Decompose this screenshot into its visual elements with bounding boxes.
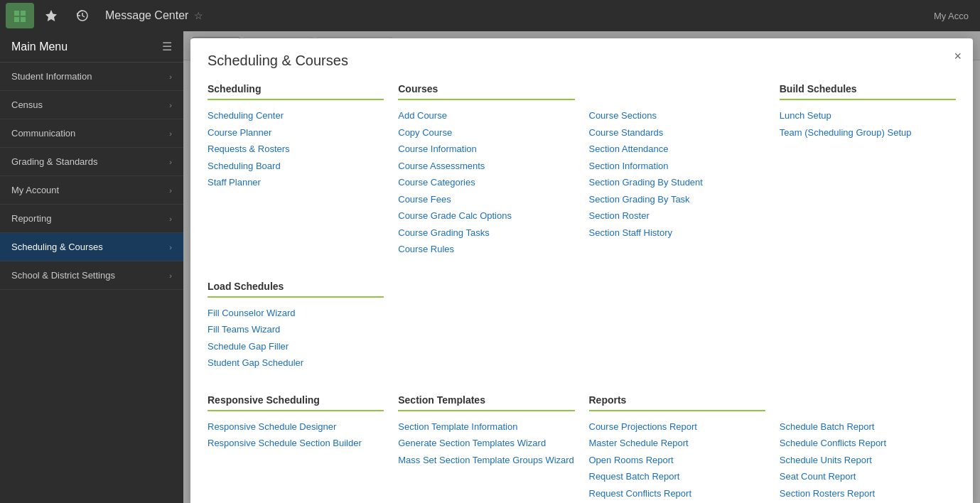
link-course-standards[interactable]: Course Standards — [589, 124, 765, 141]
sidebar-label: School & District Settings — [11, 270, 115, 281]
link-student-gap-scheduler[interactable]: Student Gap Scheduler — [208, 355, 384, 372]
link-scheduling-board[interactable]: Scheduling Board — [208, 158, 384, 175]
courses-col2: x Course Sections Course Standards Secti… — [589, 83, 765, 258]
section-templates-title: Section Templates — [398, 394, 574, 411]
sidebar-label: Communication — [11, 128, 75, 139]
link-course-information[interactable]: Course Information — [398, 141, 574, 158]
sidebar-label: Scheduling & Courses — [11, 242, 103, 252]
modal-close-button[interactable]: × — [954, 50, 962, 63]
modal-sections-row1: Scheduling Scheduling Center Course Plan… — [208, 83, 956, 394]
modal-overlay: Scheduling & Courses × Scheduling Schedu… — [183, 31, 980, 503]
link-section-staff-history[interactable]: Section Staff History — [589, 225, 765, 242]
modal-title: Scheduling & Courses — [208, 53, 956, 69]
link-course-rules[interactable]: Course Rules — [398, 241, 574, 258]
link-responsive-schedule-designer[interactable]: Responsive Schedule Designer — [208, 418, 384, 436]
sidebar-item-school-district-settings[interactable]: School & District Settings › — [0, 261, 183, 290]
link-request-batch-report[interactable]: Request Batch Report — [589, 468, 765, 485]
sidebar-label: Grading & Standards — [11, 156, 97, 167]
link-section-grading-by-student[interactable]: Section Grading By Student — [589, 174, 765, 191]
link-seat-count-report[interactable]: Seat Count Report — [780, 468, 956, 485]
link-schedule-conflicts-report[interactable]: Schedule Conflicts Report — [780, 435, 956, 452]
home-icon-button[interactable] — [6, 3, 34, 28]
menu-list-icon[interactable]: ☰ — [162, 40, 172, 53]
link-course-assessments[interactable]: Course Assessments — [398, 158, 574, 175]
link-schedule-gap-filler[interactable]: Schedule Gap Filler — [208, 338, 384, 355]
chevron-right-icon: › — [169, 243, 172, 252]
link-generate-section-templates-wizard[interactable]: Generate Section Templates Wizard — [398, 435, 574, 452]
sidebar-label: Student Information — [11, 71, 92, 82]
sidebar-item-my-account[interactable]: My Account › — [0, 176, 183, 205]
courses-section: Courses Add Course Copy Course Course In… — [398, 83, 765, 281]
sidebar-label: Census — [11, 99, 43, 110]
top-bar: Message Center ☆ My Acco — [0, 0, 980, 31]
responsive-scheduling-section: Responsive Scheduling Responsive Schedul… — [208, 394, 384, 504]
responsive-scheduling-title: Responsive Scheduling — [208, 394, 384, 411]
link-mass-set-section-template-groups-wizard[interactable]: Mass Set Section Template Groups Wizard — [398, 452, 574, 469]
sidebar-item-reporting[interactable]: Reporting › — [0, 205, 183, 233]
link-course-grade-calc-options[interactable]: Course Grade Calc Options — [398, 207, 574, 225]
link-course-projections-report[interactable]: Course Projections Report — [589, 418, 765, 436]
reports-col2-section: x Schedule Batch Report Schedule Conflic… — [780, 394, 956, 504]
link-course-fees[interactable]: Course Fees — [398, 191, 574, 208]
link-section-roster[interactable]: Section Roster — [589, 207, 765, 225]
title-text: Message Center — [105, 9, 188, 22]
main-layout: Main Menu ☰ Student Information › Census… — [0, 31, 980, 503]
link-course-grading-tasks[interactable]: Course Grading Tasks — [398, 225, 574, 242]
link-fill-teams-wizard[interactable]: Fill Teams Wizard — [208, 321, 384, 338]
scheduling-section-title: Scheduling — [208, 83, 384, 100]
build-schedules-section: Build Schedules Lunch Setup Team (Schedu… — [780, 83, 956, 258]
link-copy-course[interactable]: Copy Course — [398, 124, 574, 141]
link-request-conflicts-report[interactable]: Request Conflicts Report — [589, 485, 765, 502]
link-team-scheduling-group-setup[interactable]: Team (Scheduling Group) Setup — [780, 124, 956, 141]
chevron-right-icon: › — [169, 72, 172, 81]
link-course-planner[interactable]: Course Planner — [208, 124, 384, 141]
link-course-categories[interactable]: Course Categories — [398, 174, 574, 191]
section-templates-section: Section Templates Section Template Infor… — [398, 394, 574, 504]
chevron-right-icon: › — [169, 215, 172, 223]
history-icon-button[interactable] — [68, 3, 97, 28]
sidebar-title: Main Menu — [11, 40, 68, 53]
reports-col1-section: Reports Course Projections Report Master… — [589, 394, 765, 504]
sidebar-label: Reporting — [11, 213, 51, 224]
modal-sections-row2: Responsive Scheduling Responsive Schedul… — [208, 394, 956, 504]
favorite-star-icon[interactable]: ☆ — [194, 10, 203, 21]
sidebar-item-communication[interactable]: Communication › — [0, 119, 183, 148]
page-title: Message Center ☆ — [105, 9, 931, 22]
chevron-right-icon: › — [169, 129, 172, 138]
link-scheduling-center[interactable]: Scheduling Center — [208, 107, 384, 124]
link-lunch-setup[interactable]: Lunch Setup — [780, 107, 956, 124]
link-section-attendance[interactable]: Section Attendance — [589, 141, 765, 158]
link-requests-rosters[interactable]: Requests & Rosters — [208, 141, 384, 158]
svg-rect-2 — [14, 17, 19, 22]
link-course-sections[interactable]: Course Sections — [589, 107, 765, 124]
link-master-schedule-report[interactable]: Master Schedule Report — [589, 435, 765, 452]
favorites-icon-button[interactable] — [37, 3, 65, 28]
link-section-template-information[interactable]: Section Template Information — [398, 418, 574, 436]
svg-rect-3 — [21, 17, 26, 22]
scheduling-section: Scheduling Scheduling Center Course Plan… — [208, 83, 384, 258]
sidebar-item-student-information[interactable]: Student Information › — [0, 63, 183, 91]
link-section-rosters-report[interactable]: Section Rosters Report — [780, 485, 956, 502]
link-schedule-batch-report[interactable]: Schedule Batch Report — [780, 418, 956, 436]
sidebar-item-scheduling-courses[interactable]: Scheduling & Courses › — [0, 233, 183, 261]
link-section-information[interactable]: Section Information — [589, 158, 765, 175]
chevron-right-icon: › — [169, 101, 172, 109]
sidebar-label: My Account — [11, 185, 59, 195]
link-responsive-schedule-section-builder[interactable]: Responsive Schedule Section Builder — [208, 435, 384, 452]
my-account-link[interactable]: My Acco — [934, 11, 969, 21]
sidebar-item-census[interactable]: Census › — [0, 91, 183, 119]
link-staff-planner[interactable]: Staff Planner — [208, 174, 384, 191]
sidebar-item-grading-standards[interactable]: Grading & Standards › — [0, 148, 183, 176]
content-area: All Items Process Alerts Announcements S… — [183, 31, 980, 503]
link-open-rooms-report[interactable]: Open Rooms Report — [589, 452, 765, 469]
chevron-right-icon: › — [169, 158, 172, 166]
build-schedules-title: Build Schedules — [780, 83, 956, 100]
link-schedule-units-report[interactable]: Schedule Units Report — [780, 452, 956, 469]
svg-rect-1 — [21, 11, 26, 16]
link-section-grading-by-task[interactable]: Section Grading By Task — [589, 191, 765, 208]
load-schedules-section: Load Schedules Fill Counselor Wizard Fil… — [208, 281, 384, 372]
link-fill-counselor-wizard[interactable]: Fill Counselor Wizard — [208, 305, 384, 322]
chevron-right-icon: › — [169, 271, 172, 280]
link-add-course[interactable]: Add Course — [398, 107, 574, 124]
sidebar: Main Menu ☰ Student Information › Census… — [0, 31, 183, 503]
